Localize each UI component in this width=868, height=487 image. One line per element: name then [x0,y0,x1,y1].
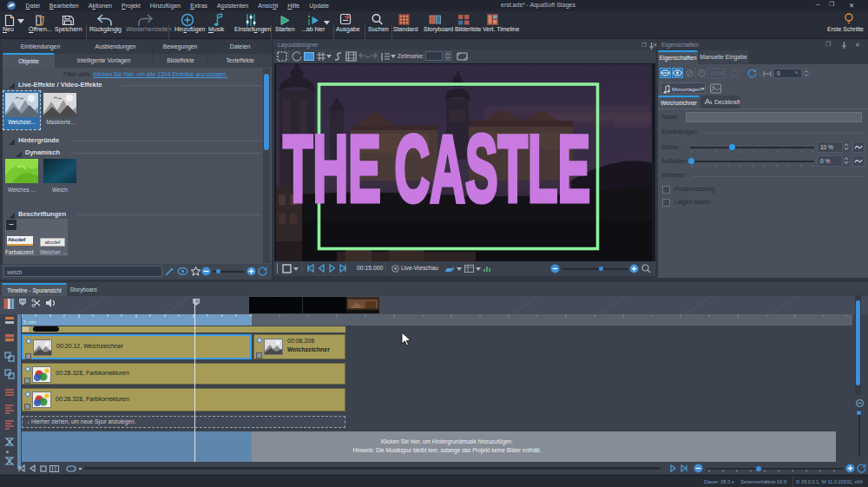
svg-text:THE CASTLE: THE CASTLE [283,115,590,221]
